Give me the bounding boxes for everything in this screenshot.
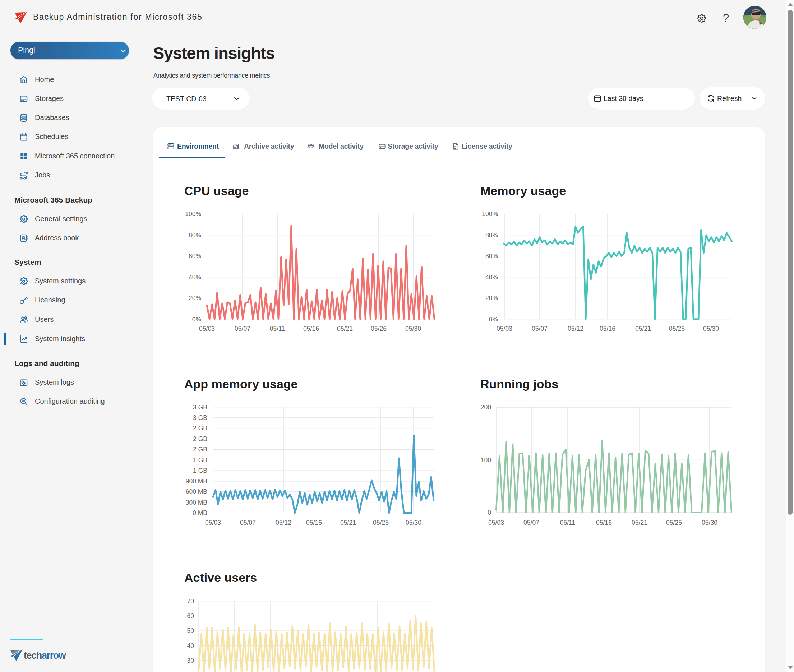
svg-text:0%: 0% bbox=[192, 316, 201, 323]
svg-text:05/07: 05/07 bbox=[235, 325, 250, 332]
svg-text:40: 40 bbox=[187, 642, 194, 650]
svg-text:40%: 40% bbox=[485, 274, 498, 281]
svg-text:05/21: 05/21 bbox=[337, 325, 353, 332]
svg-text:1 GB: 1 GB bbox=[193, 456, 207, 464]
svg-text:70: 70 bbox=[187, 598, 194, 605]
svg-text:05/07: 05/07 bbox=[532, 325, 547, 332]
svg-text:05/25: 05/25 bbox=[669, 325, 685, 332]
svg-text:05/07: 05/07 bbox=[523, 519, 539, 526]
svg-text:300 MB: 300 MB bbox=[186, 499, 207, 506]
svg-text:05/11: 05/11 bbox=[270, 325, 285, 332]
svg-text:05/21: 05/21 bbox=[635, 325, 651, 332]
svg-text:05/30: 05/30 bbox=[406, 519, 421, 526]
svg-text:05/16: 05/16 bbox=[596, 519, 612, 526]
svg-text:80%: 80% bbox=[189, 232, 201, 239]
svg-text:05/16: 05/16 bbox=[306, 519, 322, 526]
svg-text:05/07: 05/07 bbox=[240, 519, 256, 526]
svg-text:CPU usage: CPU usage bbox=[184, 184, 249, 198]
svg-text:200: 200 bbox=[481, 404, 491, 411]
svg-text:05/16: 05/16 bbox=[303, 325, 319, 332]
svg-text:0 MB: 0 MB bbox=[192, 509, 207, 517]
svg-text:100%: 100% bbox=[482, 210, 498, 218]
svg-text:3 GB: 3 GB bbox=[193, 414, 207, 421]
svg-text:05/25: 05/25 bbox=[666, 519, 682, 526]
svg-text:05/12: 05/12 bbox=[275, 519, 291, 526]
svg-text:Memory usage: Memory usage bbox=[480, 184, 566, 198]
svg-text:05/11: 05/11 bbox=[560, 519, 576, 526]
svg-text:100%: 100% bbox=[185, 210, 201, 218]
svg-text:2 GB: 2 GB bbox=[193, 435, 207, 443]
svg-text:100: 100 bbox=[481, 456, 491, 464]
svg-text:Running jobs: Running jobs bbox=[480, 377, 558, 391]
svg-text:20%: 20% bbox=[189, 294, 201, 302]
svg-text:20%: 20% bbox=[485, 294, 498, 302]
svg-text:05/16: 05/16 bbox=[600, 325, 615, 332]
svg-text:05/03: 05/03 bbox=[496, 325, 512, 332]
svg-text:2 GB: 2 GB bbox=[193, 446, 207, 453]
svg-text:0: 0 bbox=[488, 509, 491, 516]
svg-text:05/03: 05/03 bbox=[205, 519, 221, 526]
svg-text:60%: 60% bbox=[189, 253, 201, 260]
svg-text:05/03: 05/03 bbox=[199, 325, 215, 332]
svg-text:60%: 60% bbox=[485, 253, 498, 260]
svg-text:30: 30 bbox=[187, 657, 194, 664]
svg-text:600 MB: 600 MB bbox=[186, 488, 207, 495]
svg-text:2 GB: 2 GB bbox=[193, 424, 207, 432]
svg-text:0%: 0% bbox=[489, 316, 498, 323]
svg-text:App memory usage: App memory usage bbox=[184, 377, 298, 391]
svg-text:40%: 40% bbox=[189, 274, 201, 281]
svg-text:50: 50 bbox=[187, 627, 194, 634]
svg-text:80%: 80% bbox=[485, 232, 498, 239]
svg-text:3 GB: 3 GB bbox=[193, 404, 207, 411]
svg-text:900 MB: 900 MB bbox=[186, 478, 207, 485]
svg-text:05/12: 05/12 bbox=[568, 325, 583, 332]
svg-text:Active users: Active users bbox=[184, 571, 257, 584]
svg-text:05/21: 05/21 bbox=[632, 519, 647, 526]
svg-text:05/30: 05/30 bbox=[405, 325, 421, 332]
svg-text:60: 60 bbox=[187, 612, 194, 619]
svg-text:05/30: 05/30 bbox=[702, 519, 717, 526]
svg-text:05/21: 05/21 bbox=[340, 519, 356, 526]
svg-text:05/30: 05/30 bbox=[703, 325, 719, 332]
svg-text:05/25: 05/25 bbox=[373, 519, 389, 526]
svg-text:1 GB: 1 GB bbox=[193, 467, 207, 474]
svg-text:05/26: 05/26 bbox=[371, 325, 387, 332]
svg-text:05/03: 05/03 bbox=[488, 519, 504, 526]
